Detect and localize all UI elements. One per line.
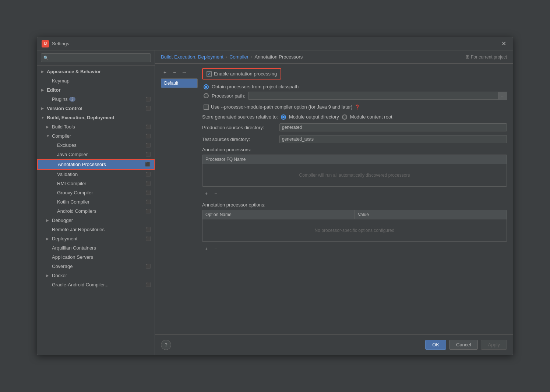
sidebar-item-editor[interactable]: ▶ Editor xyxy=(37,85,155,95)
sidebar-item-coverage[interactable]: Coverage ⬛ xyxy=(37,262,155,271)
profile-default[interactable]: Default xyxy=(161,79,197,88)
search-input[interactable] xyxy=(41,53,151,62)
titlebar: IJ Settings ✕ xyxy=(37,37,513,50)
sidebar-item-gradle-android[interactable]: Gradle-Android Compiler... ⬛ xyxy=(37,280,155,289)
copy-icon: ⬛ xyxy=(146,227,151,232)
sidebar-item-appearance[interactable]: ▶ Appearance & Behavior xyxy=(37,67,155,76)
options-table-header: Option Name Value xyxy=(202,210,507,219)
annotation-processors-placeholder: Compiler will run all automatically disc… xyxy=(295,168,415,182)
processor-path-radio[interactable] xyxy=(204,93,209,98)
test-dir-input[interactable] xyxy=(279,135,507,143)
sidebar-item-debugger[interactable]: ▶ Debugger xyxy=(37,216,155,225)
ok-button[interactable]: OK xyxy=(425,340,446,350)
arrow-icon: ▶ xyxy=(41,106,45,110)
breadcrumb-sep1: › xyxy=(226,54,227,60)
sidebar-item-build-tools[interactable]: ▶ Build Tools ⬛ xyxy=(37,122,155,131)
sidebar-item-arquillian[interactable]: Arquillian Containers xyxy=(37,243,155,252)
apply-button[interactable]: Apply xyxy=(481,340,507,350)
close-button[interactable]: ✕ xyxy=(499,39,508,48)
copy-icon: ⬛ xyxy=(146,209,151,213)
store-generated-label: Store generated sources relative to: xyxy=(202,114,278,120)
annotation-options-body: No processor-specific options configured xyxy=(202,219,507,241)
sidebar-item-docker[interactable]: ▶ Docker xyxy=(37,271,155,280)
help-icon[interactable]: ❓ xyxy=(355,105,360,110)
sidebar-item-keymap[interactable]: Keymap xyxy=(37,76,155,85)
sidebar-item-plugins[interactable]: Plugins 2 ⬛ xyxy=(37,95,155,104)
annotation-options-placeholder: No processor-specific options configured xyxy=(310,223,399,237)
search-wrap: 🔍 xyxy=(41,53,151,62)
module-content-radio[interactable] xyxy=(342,114,347,120)
profiles-toolbar: + − → xyxy=(161,68,198,76)
enable-annotation-checkbox[interactable] xyxy=(207,71,212,77)
sidebar-item-kotlin-compiler[interactable]: Kotlin Compiler ⬛ xyxy=(37,197,155,206)
sidebar-item-groovy-compiler[interactable]: Groovy Compiler ⬛ xyxy=(37,188,155,197)
sidebar-item-application-servers[interactable]: Application Servers xyxy=(37,252,155,262)
sidebar-item-version-control[interactable]: ▶ Version Control ⬛ xyxy=(37,104,155,113)
arrow-icon: ▼ xyxy=(46,134,50,138)
module-content-label: Module content root xyxy=(350,114,392,120)
breadcrumb-build[interactable]: Build, Execution, Deployment xyxy=(161,54,223,60)
sidebar-item-excludes[interactable]: Excludes ⬛ xyxy=(37,141,155,150)
app-icon: IJ xyxy=(42,40,49,47)
module-output-label: Module output directory xyxy=(289,114,339,120)
cancel-button[interactable]: Cancel xyxy=(449,340,478,350)
add-processor-button[interactable]: + xyxy=(202,190,210,198)
copy-icon: ⬛ xyxy=(146,97,151,102)
copy-icon: ⬛ xyxy=(146,143,151,148)
module-output-option: Module output directory xyxy=(281,114,339,120)
store-generated-row: Store generated sources relative to: Mod… xyxy=(202,114,507,120)
obtain-processors-radio[interactable] xyxy=(204,84,209,89)
profiles-panel: + − → Default xyxy=(161,68,198,330)
project-icon: 🖹 xyxy=(465,54,470,60)
sidebar-item-java-compiler[interactable]: Java Compiler ⬛ xyxy=(37,150,155,159)
copy-icon: ⬛ xyxy=(146,134,151,138)
production-dir-input[interactable] xyxy=(279,123,507,131)
copy-icon: ⬛ xyxy=(146,106,151,111)
use-module-path-checkbox[interactable] xyxy=(204,105,209,110)
footer: ? OK Cancel Apply xyxy=(155,334,513,355)
navigate-button[interactable]: → xyxy=(180,68,188,76)
remove-processor-button[interactable]: − xyxy=(212,190,220,198)
test-dir-label: Test sources directory: xyxy=(202,137,276,142)
arrow-icon: ▶ xyxy=(41,70,45,74)
sidebar-item-android-compilers[interactable]: Android Compilers ⬛ xyxy=(37,206,155,216)
sidebar-item-validation[interactable]: Validation ⬛ xyxy=(37,170,155,179)
breadcrumb-compiler[interactable]: Compiler xyxy=(229,54,248,60)
remove-option-button[interactable]: − xyxy=(212,245,220,253)
table-header-row: Processor FQ Name xyxy=(202,155,507,164)
annotation-processors-section: Annotation processors: Processor FQ Name… xyxy=(202,147,507,198)
plugins-badge: 2 xyxy=(69,97,76,102)
sidebar-item-compiler[interactable]: ▼ Compiler ⬛ xyxy=(37,131,155,141)
sidebar-item-deployment[interactable]: ▶ Deployment ⬛ xyxy=(37,234,155,243)
help-button[interactable]: ? xyxy=(161,340,171,350)
breadcrumb-current: Annotation Processors xyxy=(255,54,303,60)
obtain-processors-row: Obtain processors from project classpath xyxy=(204,84,507,89)
sidebar-item-rmi-compiler[interactable]: RMI Compiler ⬛ xyxy=(37,179,155,188)
main-content: 🔍 ▶ Appearance & Behavior Keymap ▶ xyxy=(37,50,513,355)
annotation-options-label: Annotation processor options: xyxy=(202,202,507,208)
production-dir-label: Production sources directory: xyxy=(202,125,276,130)
sidebar-item-remote-jar[interactable]: Remote Jar Repositories ⬛ xyxy=(37,225,155,234)
sidebar-item-annotation-processors[interactable]: Annotation Processors ⬛ xyxy=(37,159,155,170)
module-output-radio[interactable] xyxy=(281,114,286,120)
settings-window: IJ Settings ✕ 🔍 ▶ Appearance & Behavior xyxy=(37,37,513,355)
panel-content: + − → Default Enable annotation processi… xyxy=(155,64,513,334)
annotation-processors-body: Compiler will run all automatically disc… xyxy=(202,164,507,186)
sidebar-item-build-execution[interactable]: ▼ Build, Execution, Deployment xyxy=(37,113,155,122)
copy-icon: ⬛ xyxy=(146,152,151,157)
remove-profile-button[interactable]: − xyxy=(170,68,179,76)
annotation-processors-table: Processor FQ Name Compiler will run all … xyxy=(202,155,507,187)
annotation-options-section: Annotation processor options: Option Nam… xyxy=(202,202,507,253)
add-profile-button[interactable]: + xyxy=(161,68,169,76)
arrow-icon: ▶ xyxy=(46,273,50,278)
processor-path-input-wrap: … xyxy=(248,92,507,100)
arrow-icon: ▶ xyxy=(46,237,50,241)
breadcrumb-sep2: › xyxy=(251,54,252,60)
browse-button[interactable]: … xyxy=(498,92,507,100)
copy-icon: ⬛ xyxy=(146,236,151,241)
add-option-button[interactable]: + xyxy=(202,245,210,253)
arrow-icon: ▶ xyxy=(41,88,45,92)
copy-icon: ⬛ xyxy=(146,172,151,177)
processor-path-input[interactable] xyxy=(248,92,507,100)
option-value-header: Value xyxy=(355,210,507,219)
